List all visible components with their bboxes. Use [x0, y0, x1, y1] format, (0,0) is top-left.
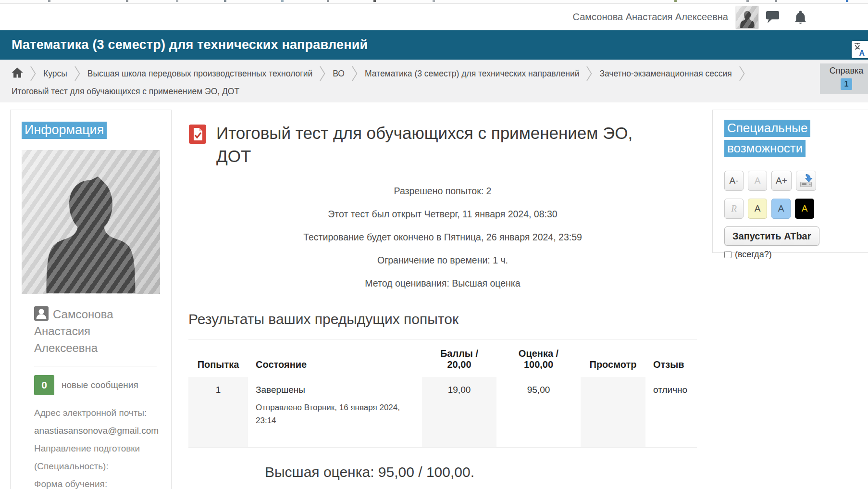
col-header-attempt: Попытка	[188, 339, 248, 377]
notifications-bell-icon[interactable]	[794, 10, 806, 24]
cell-attempt: 1	[188, 377, 248, 448]
specialty-label: Направление подготовки (Специальность):	[34, 439, 149, 475]
save-settings-button[interactable]	[796, 171, 816, 191]
breadcrumb: Курсы Высшая школа передовых производств…	[0, 60, 868, 102]
theme-yellow-button[interactable]: A	[748, 199, 767, 219]
chevron-separator-icon	[320, 65, 325, 82]
messages-label: новые сообщения	[62, 380, 138, 390]
messages-count-badge: 0	[34, 375, 54, 395]
attempts-table: Попытка Состояние Баллы / 20,00 Оценка /…	[188, 339, 697, 448]
table-header-row: Попытка Состояние Баллы / 20,00 Оценка /…	[188, 339, 697, 377]
breadcrumb-item-school[interactable]: Высшая школа передовых производственных …	[87, 69, 312, 79]
download-disk-icon	[798, 173, 814, 189]
divider	[34, 366, 157, 366]
quiz-icon	[188, 124, 208, 144]
col-header-state: Состояние	[248, 339, 422, 377]
launch-atbar-button[interactable]: Запустить ATbar	[724, 226, 819, 246]
quiz-closes: Тестирование будет окончено в Пятница, 2…	[188, 226, 697, 249]
attempts-allowed: Разрешено попыток: 2	[188, 179, 697, 202]
cell-review	[581, 377, 645, 448]
theme-blue-button[interactable]: A	[771, 199, 791, 219]
user-bar: Самсонова Анастасия Алексеевна	[0, 4, 868, 30]
page-content: Информация Самсонова Анастасия Алексеевн…	[0, 102, 868, 489]
quiz-opened: Этот тест был открыт Четверг, 11 января …	[188, 202, 697, 226]
col-header-review: Просмотр	[581, 339, 645, 377]
help-block[interactable]: Справка 1	[820, 63, 868, 94]
chevron-separator-icon	[586, 65, 592, 82]
user-avatar[interactable]	[736, 6, 758, 28]
state-detail: Отправлено Вторник, 16 января 2024, 23:1…	[256, 401, 408, 427]
edu-form-label: Форма обучения:	[34, 475, 149, 489]
col-header-grade: Оценка / 100,00	[496, 339, 581, 377]
breadcrumb-item-courses[interactable]: Курсы	[43, 69, 67, 79]
grading-method: Метод оценивания: Высшая оценка	[188, 272, 697, 295]
divider	[787, 8, 787, 25]
chevron-separator-icon	[30, 65, 36, 82]
chevron-separator-icon	[352, 65, 358, 82]
chevron-separator-icon	[739, 65, 745, 82]
results-heading: Результаты ваших предыдущих попыток	[188, 311, 697, 327]
breadcrumb-item-vo[interactable]: ВО	[333, 69, 345, 79]
accessibility-title: Специальные возможности	[724, 120, 810, 157]
bookmarks-bar-remnant	[0, 0, 868, 4]
breadcrumb-item-course[interactable]: Математика (3 семестр) для технических н…	[365, 69, 580, 79]
theme-black-button[interactable]: A	[795, 199, 814, 219]
quiz-info: Разрешено попыток: 2 Этот тест был откры…	[188, 179, 697, 295]
course-title: Математика (3 семестр) для технических н…	[0, 38, 368, 52]
info-sidebar: Информация Самсонова Анастасия Алексеевн…	[10, 110, 172, 489]
sidebar-title: Информация	[22, 122, 107, 139]
font-increase-button[interactable]: A+	[771, 171, 792, 191]
font-decrease-button[interactable]: A-	[724, 171, 744, 191]
breadcrumb-item-session[interactable]: Зачетно-экзаменационная сессия	[599, 69, 732, 79]
final-feedback-label: Итоговый отзыв	[265, 487, 697, 489]
email-value: anastiasansonova@gmail.com	[34, 422, 149, 439]
font-default-button[interactable]: A	[748, 171, 767, 191]
person-silhouette-icon	[31, 167, 151, 294]
state-value: Завершены	[256, 385, 408, 395]
col-header-feedback: Отзыв	[645, 339, 697, 377]
time-limit: Ограничение по времени: 1 ч.	[188, 249, 697, 272]
cell-points: 19,00	[422, 377, 496, 448]
user-menu[interactable]: Самсонова Анастасия Алексеевна	[573, 12, 728, 23]
help-badge: 1	[841, 78, 852, 90]
user-mini-icon	[34, 306, 49, 321]
cell-state: Завершены Отправлено Вторник, 16 января …	[248, 377, 422, 448]
cell-grade: 95,00	[496, 377, 581, 448]
email-label: Адрес электронной почты:	[34, 404, 149, 422]
best-grade: Высшая оценка: 95,00 / 100,00.	[265, 464, 697, 480]
table-row: 1 Завершены Отправлено Вторник, 16 январ…	[188, 377, 697, 448]
home-icon[interactable]	[12, 67, 23, 80]
atbar-always-label: (всегда?)	[735, 250, 772, 260]
help-label[interactable]: Справка	[820, 66, 868, 76]
translate-icon[interactable]: A	[852, 41, 868, 58]
messages-icon[interactable]	[766, 11, 780, 24]
messages-row[interactable]: 0 новые сообщения	[34, 375, 160, 395]
quiz-main: Итоговый тест для обучающихся с применен…	[188, 102, 697, 489]
person-silhouette-icon	[738, 9, 757, 28]
cell-feedback: отлично	[645, 377, 697, 448]
atbar-always-checkbox[interactable]	[724, 251, 732, 258]
profile-photo	[22, 150, 160, 294]
quiz-title: Итоговый тест для обучающихся с применен…	[216, 122, 632, 168]
course-header: Математика (3 семестр) для технических н…	[0, 30, 868, 60]
reset-style-button[interactable]: R	[724, 199, 744, 219]
sidebar-user: Самсонова Анастасия Алексеевна	[34, 306, 144, 356]
accessibility-panel: Специальные возможности A- A A+ R A A A …	[712, 110, 868, 253]
breadcrumb-current: Итоговый тест для обучающихся с применен…	[12, 85, 868, 98]
chevron-separator-icon	[74, 65, 80, 82]
col-header-points: Баллы / 20,00	[422, 339, 496, 377]
